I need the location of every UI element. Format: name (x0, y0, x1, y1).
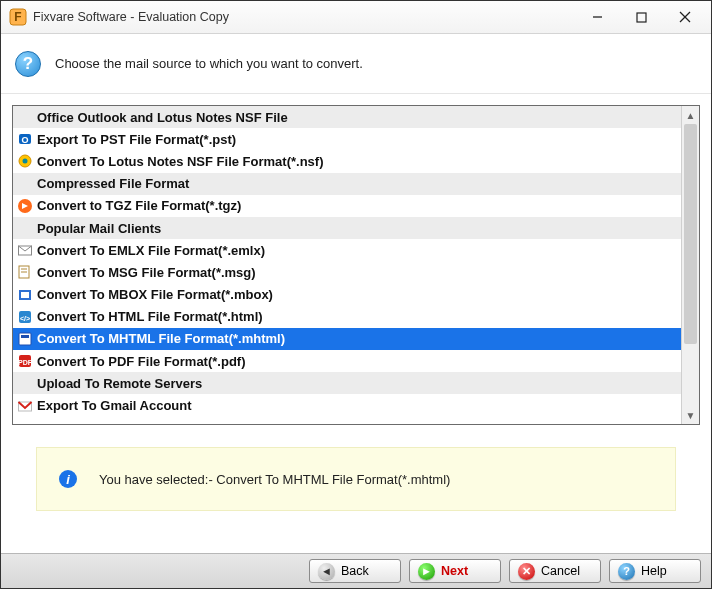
list-item[interactable]: Convert To EMLX File Format(*.emlx) (13, 239, 681, 261)
list-item-label: Convert To Lotus Notes NSF File Format(*… (37, 154, 324, 169)
help-q-icon: ? (618, 563, 635, 580)
svg-rect-3 (637, 13, 646, 22)
list-item[interactable]: Convert To MBOX File Format(*.mbox) (13, 284, 681, 306)
titlebar: F Fixvare Software - Evaluation Copy (1, 1, 711, 34)
close-button[interactable] (663, 3, 707, 32)
list-item[interactable]: PDFConvert To PDF File Format(*.pdf) (13, 350, 681, 372)
svg-text:O: O (21, 135, 28, 145)
list-item-label: Convert To EMLX File Format(*.emlx) (37, 243, 265, 258)
minimize-button[interactable] (575, 3, 619, 32)
list-item[interactable]: Convert To Lotus Notes NSF File Format(*… (13, 150, 681, 172)
next-button-label: Next (441, 564, 468, 578)
close-icon (679, 11, 691, 23)
msg-icon (17, 264, 33, 280)
lotus-icon (17, 153, 33, 169)
svg-text:PDF: PDF (18, 359, 33, 366)
list-item[interactable]: Convert To MSG File Format(*.msg) (13, 261, 681, 283)
window-title: Fixvare Software - Evaluation Copy (33, 10, 575, 24)
cancel-button-label: Cancel (541, 564, 580, 578)
list-item-label: Upload To Remote Servers (37, 376, 202, 391)
format-list[interactable]: Office Outlook and Lotus Notes NSF FileO… (13, 106, 681, 424)
list-item[interactable]: Export To Gmail Account (13, 394, 681, 416)
question-icon: ? (15, 51, 41, 77)
scroll-up-icon[interactable]: ▲ (682, 106, 699, 124)
list-item[interactable]: </>Convert To HTML File Format(*.html) (13, 306, 681, 328)
list-item-label: Convert to TGZ File Format(*.tgz) (37, 198, 241, 213)
list-item-label: Office Outlook and Lotus Notes NSF File (37, 110, 288, 125)
help-button-label: Help (641, 564, 667, 578)
list-section-header: Upload To Remote Servers (13, 372, 681, 394)
next-arrow-icon: ► (418, 563, 435, 580)
list-item-label: Export To Gmail Account (37, 398, 192, 413)
svg-point-9 (23, 159, 28, 164)
svg-rect-19 (19, 333, 31, 345)
instruction-text: Choose the mail source to which you want… (55, 56, 363, 71)
scrollbar[interactable]: ▲ ▼ (681, 106, 699, 424)
emlx-icon (17, 242, 33, 258)
help-button[interactable]: ? Help (609, 559, 701, 583)
info-icon: i (59, 470, 77, 488)
maximize-button[interactable] (619, 3, 663, 32)
list-section-header: Popular Mail Clients (13, 217, 681, 239)
list-item-label: Convert To PDF File Format(*.pdf) (37, 354, 245, 369)
list-item-label: Convert To MHTML File Format(*.mhtml) (37, 331, 285, 346)
back-button[interactable]: ◄ Back (309, 559, 401, 583)
status-panel: i You have selected:- Convert To MHTML F… (36, 447, 676, 511)
list-section-header: Office Outlook and Lotus Notes NSF File (13, 106, 681, 128)
scroll-thumb[interactable] (684, 124, 697, 344)
mbox-icon (17, 287, 33, 303)
minimize-icon (592, 12, 603, 23)
pdf-icon: PDF (17, 353, 33, 369)
svg-text:F: F (14, 10, 21, 24)
outlook-icon: O (17, 131, 33, 147)
list-item[interactable]: OExport To PST File Format(*.pst) (13, 128, 681, 150)
list-section-header: Compressed File Format (13, 173, 681, 195)
instruction-bar: ? Choose the mail source to which you wa… (1, 34, 711, 94)
cancel-button[interactable]: ✕ Cancel (509, 559, 601, 583)
list-item[interactable]: Convert To MHTML File Format(*.mhtml) (13, 328, 681, 350)
svg-rect-20 (21, 335, 29, 338)
cancel-x-icon: ✕ (518, 563, 535, 580)
maximize-icon (636, 12, 647, 23)
list-item-label: Convert To MBOX File Format(*.mbox) (37, 287, 273, 302)
mhtml-icon (17, 331, 33, 347)
list-item-label: Compressed File Format (37, 176, 189, 191)
tgz-icon (17, 198, 33, 214)
html-icon: </> (17, 309, 33, 325)
back-button-label: Back (341, 564, 369, 578)
footer: ◄ Back ► Next ✕ Cancel ? Help (1, 553, 711, 588)
next-button[interactable]: ► Next (409, 559, 501, 583)
list-item-label: Export To PST File Format(*.pst) (37, 132, 236, 147)
status-message: You have selected:- Convert To MHTML Fil… (99, 472, 450, 487)
svg-rect-16 (21, 292, 29, 298)
list-item-label: Convert To HTML File Format(*.html) (37, 309, 263, 324)
format-list-container: Office Outlook and Lotus Notes NSF FileO… (12, 105, 700, 425)
app-icon: F (9, 8, 27, 26)
list-item-label: Popular Mail Clients (37, 221, 161, 236)
scroll-down-icon[interactable]: ▼ (682, 406, 699, 424)
list-item[interactable]: Convert to TGZ File Format(*.tgz) (13, 195, 681, 217)
list-item-label: Convert To MSG File Format(*.msg) (37, 265, 256, 280)
svg-text:</>: </> (20, 315, 30, 322)
gmail-icon (17, 398, 33, 414)
back-arrow-icon: ◄ (318, 563, 335, 580)
